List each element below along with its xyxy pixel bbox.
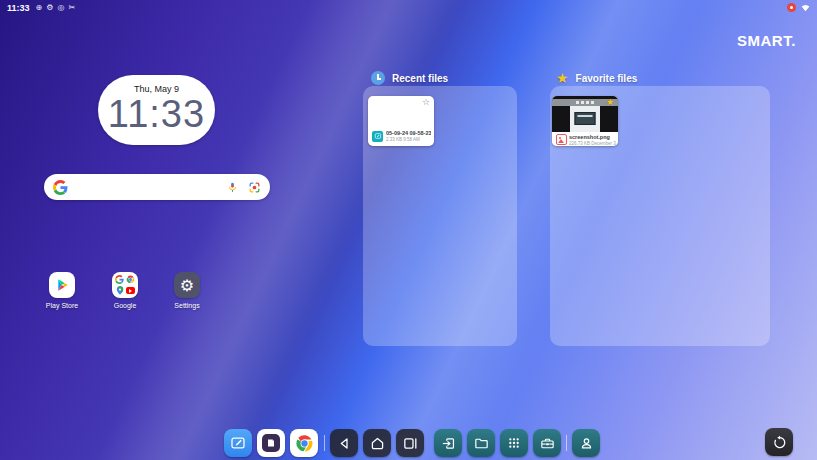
back-icon [336, 435, 353, 452]
status-left-icons: ⊕ ⚙ ◎ ✂ [36, 0, 76, 15]
status-time: 11:33 [7, 3, 30, 13]
recents-icon [402, 435, 419, 452]
rotate-icon [771, 434, 788, 451]
dock-tools-group [434, 429, 561, 457]
recent-file-card[interactable]: ☆ 05-09-24 09-58-23 AM... 2.33 KB 9:58 A… [368, 96, 434, 146]
dock-divider [566, 435, 567, 451]
chrome-icon [295, 434, 314, 453]
favorite-files-header: ★ Favorite files [556, 70, 637, 86]
home-icon [369, 435, 386, 452]
back-button[interactable] [330, 429, 358, 457]
home-screen: 11:33 ⊕ ⚙ ◎ ✂ SMART. Thu, May 9 11:33 [0, 0, 817, 460]
notebook-file-icon [372, 131, 383, 142]
folder-icon [473, 435, 490, 452]
file-name: 05-09-24 09-58-23 AM... [386, 130, 431, 136]
recents-button[interactable] [396, 429, 424, 457]
home-button[interactable] [363, 429, 391, 457]
account-button[interactable] [572, 429, 600, 457]
google-folder-icon [112, 272, 138, 298]
status-right-icons [787, 0, 811, 15]
toolbox-icon [539, 435, 556, 452]
star-outline-icon[interactable]: ☆ [422, 97, 430, 107]
recent-files-title: Recent files [392, 73, 448, 84]
file-name: screenshot.png [569, 134, 616, 140]
apps-grid-button[interactable] [500, 429, 528, 457]
app-play-store[interactable]: Play Store [34, 272, 90, 309]
favorite-star-icon: ★ [556, 71, 569, 85]
account-person-icon [578, 435, 595, 452]
apps-grid-icon [506, 435, 522, 451]
dock-app-group [224, 429, 318, 457]
favorite-files-title: Favorite files [576, 73, 638, 84]
input-source-button[interactable] [434, 429, 462, 457]
recent-clock-icon [371, 71, 385, 85]
data-saver-icon: ◎ [57, 0, 64, 15]
cast-icon: ⊕ [36, 0, 43, 15]
wifi-icon [800, 2, 811, 13]
dock-account-group [572, 429, 600, 457]
mic-icon[interactable] [226, 181, 239, 194]
play-store-icon [49, 272, 75, 298]
app-label: Settings [159, 302, 215, 309]
star-filled-icon[interactable]: ★ [606, 97, 614, 107]
chrome-icon [126, 275, 136, 285]
whiteboard-app-button[interactable] [224, 429, 252, 457]
recording-indicator-icon [787, 3, 796, 12]
settings-gear-icon: ⚙ [174, 272, 200, 298]
image-file-icon [556, 134, 567, 145]
no-sim-icon: ✂ [68, 0, 75, 15]
youtube-icon [126, 286, 136, 296]
file-meta: 2.33 KB 9:58 AM [386, 137, 431, 142]
google-search-bar[interactable] [44, 174, 270, 200]
status-bar[interactable]: 11:33 ⊕ ⚙ ◎ ✂ [0, 0, 817, 15]
file-meta: 226.73 KB December 31 [569, 141, 616, 146]
app-settings[interactable]: ⚙ Settings [159, 272, 215, 309]
dock-nav-group [330, 429, 424, 457]
whiteboard-icon [229, 434, 247, 452]
google-g-icon [115, 275, 125, 285]
favorite-file-card[interactable]: ★ screenshot.png 226.73 KB December 31 [552, 96, 618, 146]
smart-logo: SMART. [737, 32, 796, 49]
clock-widget[interactable]: Thu, May 9 11:33 [98, 75, 215, 145]
google-g-icon [53, 180, 68, 195]
app-label: Google [97, 302, 153, 309]
dock-divider [324, 435, 325, 451]
app-label: Play Store [34, 302, 90, 309]
recent-files-header: Recent files [371, 70, 448, 86]
lens-icon[interactable] [248, 181, 261, 194]
rotate-button[interactable] [765, 428, 793, 456]
notebook-player-icon [262, 434, 280, 452]
notebook-player-app-button[interactable] [257, 429, 285, 457]
toolbox-button[interactable] [533, 429, 561, 457]
input-source-icon [440, 435, 457, 452]
file-info-strip: screenshot.png 226.73 KB December 31 [552, 132, 618, 146]
file-manager-button[interactable] [467, 429, 495, 457]
gear-icon: ⚙ [46, 0, 53, 15]
app-folder-google[interactable]: Google [97, 272, 153, 309]
chrome-app-button[interactable] [290, 429, 318, 457]
search-input[interactable] [75, 181, 226, 194]
maps-icon [115, 286, 125, 296]
clock-time: 11:33 [98, 94, 215, 134]
